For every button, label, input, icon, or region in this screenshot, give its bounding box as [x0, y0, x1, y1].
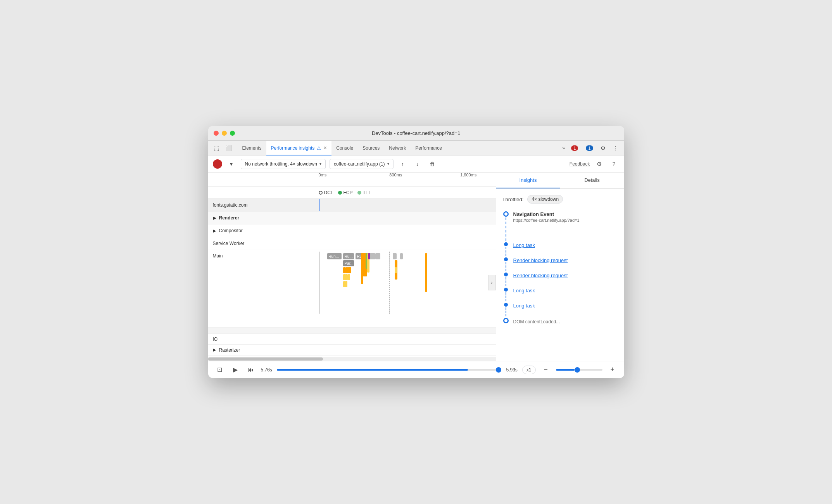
zoom-thumb[interactable] — [575, 367, 580, 373]
expand-arrow[interactable]: › — [488, 275, 496, 290]
timeline-cursor-line — [319, 252, 320, 314]
insight-longtask-3: Long task — [502, 303, 618, 316]
flame-bar-ly3[interactable] — [348, 274, 350, 280]
insight-content-6: DOM contentLoaded... — [509, 318, 618, 329]
download-icon[interactable]: ↓ — [412, 159, 423, 169]
tab-performance[interactable]: Performance — [411, 141, 447, 155]
flame-bar-run2[interactable]: Ru... — [343, 253, 354, 259]
long-task-link-3[interactable]: Long task — [513, 303, 618, 310]
zoom-fill — [556, 369, 575, 371]
upload-icon[interactable]: ↑ — [397, 159, 408, 169]
insight-render-block-1: Render blocking request — [502, 257, 618, 271]
hscroll-bar[interactable] — [208, 357, 496, 361]
fcp-label: FCP — [344, 190, 353, 195]
insight-filled-dot-1 — [504, 242, 508, 246]
settings-gear-icon[interactable]: ⚙ — [594, 159, 605, 169]
play-button[interactable]: ▶ — [230, 364, 241, 375]
feedback-link[interactable]: Feedback — [570, 161, 590, 167]
tti-dot — [357, 191, 361, 195]
tab-network[interactable]: Network — [384, 141, 411, 155]
tab-sources[interactable]: Sources — [358, 141, 384, 155]
insight-longtask-2: Long task — [502, 288, 618, 301]
track-service-worker: Service Worker — [208, 237, 496, 250]
warning-badge-button[interactable]: 1 — [583, 144, 596, 152]
flame-bar-right3[interactable] — [395, 267, 397, 273]
error-count: 1 — [571, 145, 578, 151]
more-options-icon[interactable]: ⋮ — [610, 143, 621, 154]
flame-bar-y3[interactable] — [348, 267, 351, 273]
help-icon[interactable]: ? — [609, 159, 620, 169]
insight-content-4: Long task — [509, 288, 618, 301]
skip-start-button[interactable]: ⏮ — [245, 364, 256, 375]
flame-bar-right4[interactable] — [400, 253, 403, 259]
flame-bar-mid5[interactable] — [368, 253, 370, 259]
tab-performance-insights[interactable]: Performance insights ⚠ ✕ — [266, 141, 332, 155]
progress-track[interactable] — [277, 369, 502, 371]
record-dropdown-icon[interactable]: ▾ — [226, 159, 237, 169]
progress-thumb[interactable] — [496, 367, 501, 373]
track-label-compositor[interactable]: ▶ Compositor — [208, 226, 319, 235]
close-button[interactable] — [214, 131, 219, 136]
settings-icon[interactable]: ⚙ — [598, 143, 609, 154]
track-label-rasterizer-1[interactable]: ▶ Rasterizer — [208, 346, 319, 354]
track-fonts: fonts.gstatic.com — [208, 199, 496, 212]
track-content-fonts — [319, 199, 496, 211]
warning-icon: ⚠ — [317, 145, 321, 151]
hscroll-thumb[interactable] — [208, 357, 323, 361]
zoom-in-icon[interactable]: + — [607, 364, 618, 375]
timeline-panel: 0ms 800ms 1,600ms DCL FCP — [208, 173, 496, 361]
throttle-dropdown[interactable]: No network throttling, 4× slowdown ▾ — [241, 159, 326, 169]
fcp-marker: FCP — [338, 190, 353, 195]
tab-console[interactable]: Console — [331, 141, 358, 155]
warning-count: 1 — [586, 145, 593, 151]
delete-icon[interactable]: 🗑 — [427, 159, 438, 169]
render-blocking-link-1[interactable]: Render blocking request — [513, 257, 618, 265]
minimize-button[interactable] — [222, 131, 227, 136]
flame-bar-gray2[interactable] — [375, 253, 381, 259]
flame-bar-y1[interactable] — [343, 267, 346, 273]
cursor-icon[interactable]: ⬚ — [211, 143, 222, 154]
maximize-button[interactable] — [230, 131, 235, 136]
render-blocking-link-2[interactable]: Render blocking request — [513, 273, 618, 280]
long-task-link-2[interactable]: Long task — [513, 288, 618, 295]
nav-event-title: Navigation Event — [513, 211, 618, 217]
insight-line-4 — [506, 292, 506, 301]
error-badge-button[interactable]: 1 — [568, 144, 581, 152]
time-end-label: 5.93s — [506, 367, 517, 373]
sidebar-tab-insights[interactable]: Insights — [496, 173, 560, 188]
insight-line-3 — [506, 277, 506, 286]
inspect-icon[interactable]: ⬜ — [224, 143, 235, 154]
tracks-area[interactable]: fonts.gstatic.com ▶ Renderer — [208, 199, 496, 357]
flame-bar-right1[interactable] — [393, 253, 396, 259]
track-main: Main Run... Ru... Ru... — [208, 250, 496, 328]
time-label-800ms: 800ms — [389, 173, 402, 177]
nav-event-section: Navigation Event https://coffee-cart.net… — [502, 211, 618, 241]
tab-elements[interactable]: Elements — [238, 141, 266, 155]
title-bar: DevTools - coffee-cart.netlify.app/?ad=1 — [208, 126, 624, 141]
speed-badge[interactable]: x1 — [522, 366, 536, 374]
tab-close-button[interactable]: ✕ — [323, 145, 327, 150]
main-area: 0ms 800ms 1,600ms DCL FCP — [208, 173, 624, 361]
flame-bar-par[interactable]: Par... — [343, 260, 354, 266]
insight-dom-loaded: DOM contentLoaded... — [502, 318, 618, 329]
target-dropdown[interactable]: coffee-cart.netlify.app (1) ▾ — [330, 159, 394, 169]
long-task-link-1[interactable]: Long task — [513, 242, 618, 250]
flame-bar-ly5[interactable] — [345, 281, 347, 287]
insight-filled-dot-4 — [504, 288, 508, 292]
track-content-main: Run... Ru... Ru... Par... — [319, 252, 496, 314]
track-rasterizer-1: ▶ Rasterizer — [208, 345, 496, 356]
flame-bar-run1[interactable]: Run... — [327, 253, 342, 259]
track-label-renderer[interactable]: ▶ Renderer — [208, 214, 319, 222]
zoom-track[interactable] — [556, 369, 602, 371]
zoom-out-icon[interactable]: − — [540, 364, 551, 375]
toolbar-icons-left: ⬚ ⬜ — [211, 141, 235, 155]
tab-bar: ⬚ ⬜ Elements Performance insights ⚠ ✕ Co… — [208, 141, 624, 155]
flame-bar-far1[interactable] — [425, 253, 427, 292]
record-button[interactable] — [213, 159, 222, 169]
screenshot-icon[interactable]: ⊡ — [214, 364, 225, 375]
insight-content-2: Render blocking request — [509, 257, 618, 271]
flame-bar-ly2[interactable] — [345, 274, 348, 280]
tab-overflow[interactable]: » — [559, 141, 568, 155]
timeline-dashed-line — [389, 252, 390, 314]
sidebar-tab-details[interactable]: Details — [560, 173, 624, 188]
